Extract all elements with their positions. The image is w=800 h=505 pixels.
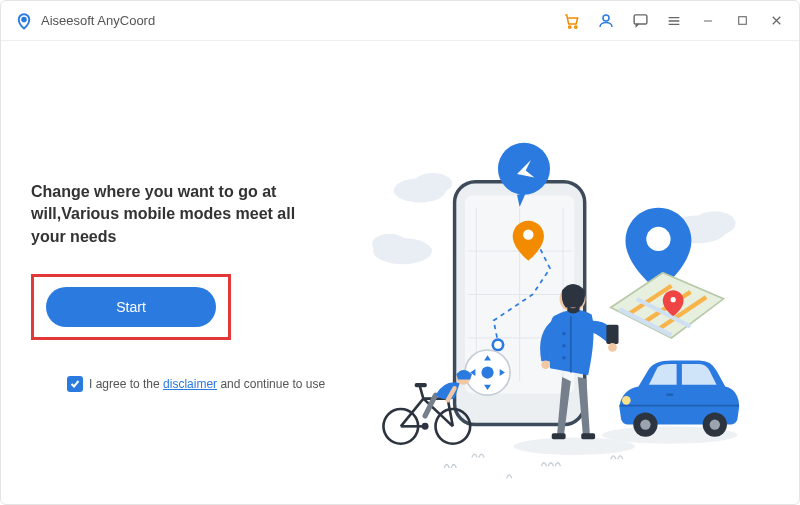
titlebar-right [563,12,785,30]
svg-point-20 [671,297,676,302]
svg-point-24 [562,332,565,335]
hamburger-icon[interactable] [665,12,683,30]
svg-rect-36 [666,393,673,396]
speech-icon[interactable] [631,12,649,30]
app-logo-icon [15,10,33,32]
svg-point-19 [646,227,670,251]
svg-rect-5 [738,17,746,25]
svg-point-14 [523,229,533,239]
titlebar: Aiseesoft AnyCoord [1,1,799,41]
svg-point-1 [569,25,571,27]
svg-point-11 [694,211,736,235]
close-icon[interactable] [767,12,785,30]
cart-icon[interactable] [563,12,581,30]
svg-point-33 [640,419,650,429]
svg-point-26 [562,356,565,359]
agree-checkbox[interactable] [67,376,83,392]
svg-rect-23 [581,433,595,439]
svg-point-0 [22,17,26,21]
titlebar-left: Aiseesoft AnyCoord [15,10,155,32]
hero-illustration [331,121,769,494]
svg-rect-27 [606,325,618,344]
disclaimer-link[interactable]: disclaimer [163,377,217,391]
svg-point-17 [481,366,493,378]
svg-rect-22 [552,433,566,439]
svg-point-25 [562,344,565,347]
svg-point-37 [622,396,631,405]
agree-row: I agree to the disclaimer and continue t… [67,376,331,392]
svg-rect-41 [415,383,427,387]
svg-point-7 [414,173,452,194]
illustration-area [331,121,769,494]
app-title: Aiseesoft AnyCoord [41,13,155,28]
svg-point-28 [608,343,617,352]
svg-point-29 [541,360,550,369]
maximize-icon[interactable] [733,12,751,30]
svg-point-9 [372,234,407,255]
start-button[interactable]: Start [46,287,216,327]
svg-point-15 [493,340,503,350]
agree-text: I agree to the disclaimer and continue t… [89,377,325,391]
highlight-box: Start [31,274,231,340]
svg-point-2 [575,25,577,27]
left-pane: Change where you want to go at will,Vari… [31,121,331,494]
svg-point-35 [710,419,720,429]
agree-prefix: I agree to the [89,377,163,391]
agree-suffix: and continue to use [217,377,325,391]
svg-rect-4 [634,15,647,24]
minimize-icon[interactable] [699,12,717,30]
content: Change where you want to go at will,Vari… [1,41,799,504]
headline: Change where you want to go at will,Vari… [31,181,331,248]
svg-point-3 [603,15,609,21]
user-icon[interactable] [597,12,615,30]
